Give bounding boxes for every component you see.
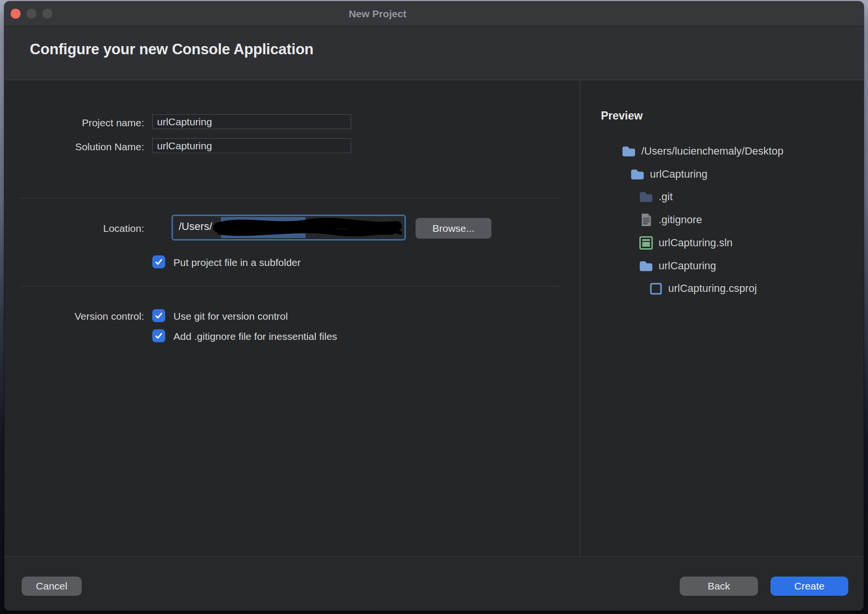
browse-button[interactable]: Browse... <box>416 218 491 239</box>
location-label: Location: <box>33 223 144 234</box>
page-title: Configure your new Console Application <box>30 41 314 58</box>
panel-divider <box>580 80 580 556</box>
tree-item: .git <box>639 189 672 205</box>
use-git-checkbox-label: Use git for version control <box>173 311 288 322</box>
section-divider <box>20 286 560 287</box>
gitignore-checkbox[interactable] <box>152 329 165 342</box>
cancel-button[interactable]: Cancel <box>22 577 82 596</box>
checkmark-icon <box>155 332 163 340</box>
zoom-window-button[interactable] <box>42 9 52 19</box>
folder-icon <box>622 144 636 158</box>
dialog-header: Configure your new Console Application <box>4 26 864 80</box>
titlebar: New Project <box>4 1 864 26</box>
use-git-checkbox[interactable] <box>152 309 165 322</box>
location-value: /Users/ <box>179 220 212 233</box>
window-title: New Project <box>349 8 406 20</box>
checkmark-icon <box>155 312 163 320</box>
csproj-file-icon <box>648 282 663 295</box>
tree-item: urlCapturing <box>630 166 708 182</box>
back-button[interactable]: Back <box>680 577 758 596</box>
close-window-button[interactable] <box>11 9 21 19</box>
tree-item: urlCapturing.sln <box>639 235 733 251</box>
redaction-scribble <box>213 217 405 239</box>
folder-icon <box>639 259 653 273</box>
project-name-input[interactable]: urlCapturing <box>152 114 351 129</box>
gitignore-checkbox-label: Add .gitignore file for inessential file… <box>173 331 337 342</box>
location-input[interactable]: top /Users/ <box>171 215 406 241</box>
create-button[interactable]: Create <box>770 577 848 596</box>
tree-item: .gitignore <box>639 212 702 228</box>
section-divider <box>20 198 560 198</box>
solution-name-input[interactable]: urlCapturing <box>152 138 351 153</box>
checkmark-icon <box>155 258 163 266</box>
folder-muted-icon <box>639 190 653 204</box>
tree-item: urlCapturing.csproj <box>648 280 757 297</box>
version-control-label: Version control: <box>33 311 144 322</box>
tree-item: urlCapturing <box>639 258 716 274</box>
tree-item: /Users/lucienchemaly/Desktop <box>622 143 783 159</box>
solution-name-label: Solution Name: <box>33 141 144 153</box>
new-project-dialog: New Project Configure your new Console A… <box>4 1 864 611</box>
subfolder-checkbox[interactable] <box>152 255 165 268</box>
preview-title: Preview <box>601 109 643 122</box>
text-file-icon <box>639 213 653 227</box>
minimize-window-button[interactable] <box>26 9 37 19</box>
subfolder-checkbox-label: Put project file in a subfolder <box>173 257 301 268</box>
solution-file-icon <box>639 236 653 250</box>
project-name-label: Project name: <box>33 117 144 129</box>
folder-icon <box>630 168 645 181</box>
